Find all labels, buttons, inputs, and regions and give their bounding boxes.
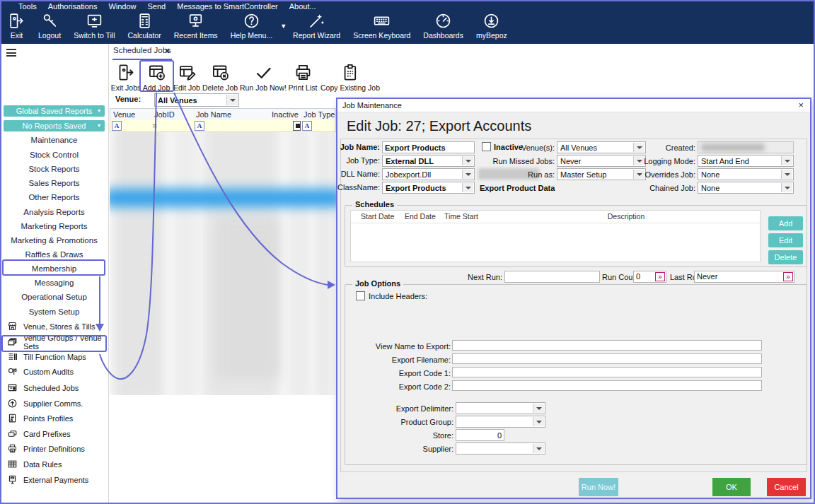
- export-filename-input[interactable]: [452, 353, 762, 364]
- report-wizard-button[interactable]: Report Wizard: [287, 12, 347, 40]
- recent-items-button[interactable]: Recent Items: [168, 12, 224, 40]
- sidebar-item-external-payments[interactable]: External Payments: [7, 472, 106, 487]
- schedules-col-end-date[interactable]: End Date: [405, 212, 436, 221]
- filter-cell-venue[interactable]: A: [110, 120, 152, 132]
- overrides-job-combo[interactable]: None: [698, 168, 794, 180]
- schedules-list[interactable]: Start Date End Date Time Start Descripti…: [350, 210, 761, 262]
- sidebar-item-venue-stores-tills[interactable]: Venue, Stores & Tills: [7, 319, 106, 334]
- combo-dropdown-icon[interactable]: [226, 95, 238, 105]
- sidebar-item-stock-control[interactable]: Stock Control: [1, 148, 107, 162]
- run-now-button[interactable]: Run Now!: [579, 478, 618, 496]
- menu-about[interactable]: About...: [289, 2, 316, 11]
- view-name-input[interactable]: [452, 340, 762, 351]
- delete-job-button[interactable]: Delete Job: [201, 63, 239, 92]
- exit-button[interactable]: Exit: [1, 12, 32, 40]
- combo-dropdown-icon[interactable]: [462, 170, 473, 179]
- edit-job-button[interactable]: Edit Job: [172, 63, 202, 92]
- inactive-checkbox[interactable]: [482, 142, 491, 151]
- job-type-combo[interactable]: External DLL: [382, 155, 475, 167]
- column-header-inactive[interactable]: Inactive: [269, 108, 301, 121]
- menu-window[interactable]: Window: [108, 2, 136, 11]
- help-menu-button[interactable]: Help Menu...: [224, 12, 279, 40]
- menu-send[interactable]: Send: [148, 2, 166, 11]
- sidebar-item-points-profiles[interactable]: Points Profiles: [7, 411, 106, 426]
- run-count-field[interactable]: 0»: [633, 271, 666, 283]
- no-reports-saved-button[interactable]: No Reports Saved▾: [4, 120, 105, 131]
- sidebar-item-sales-reports[interactable]: Sales Reports: [1, 176, 107, 190]
- last-run-field[interactable]: Never»: [694, 271, 794, 283]
- sidebar-item-venue-groups[interactable]: Venue Groups / Venue Sets: [7, 334, 106, 349]
- next-run-input[interactable]: [504, 271, 600, 283]
- column-header-venue[interactable]: Venue: [110, 108, 152, 121]
- tab-close-icon[interactable]: ×: [165, 46, 170, 56]
- dialog-titlebar[interactable]: Job Maintenance: [337, 99, 810, 112]
- sidebar-item-system-setup[interactable]: System Setup: [1, 305, 107, 319]
- column-header-job-name[interactable]: Job Name: [193, 108, 270, 121]
- supplier-combo[interactable]: [456, 443, 545, 455]
- sidebar-item-till-function-maps[interactable]: Till Function Maps: [7, 349, 106, 364]
- sidebar-item-maintenance[interactable]: Maintenance: [1, 133, 107, 147]
- venue-filter-combo[interactable]: All Venues: [154, 93, 239, 107]
- combo-dropdown-icon[interactable]: [533, 417, 544, 426]
- dashboards-button[interactable]: Dashboards: [417, 12, 470, 40]
- menu-messages-smartcontroller[interactable]: Messages to SmartController: [177, 2, 277, 11]
- global-saved-reports-button[interactable]: Global Saved Reports▾: [4, 105, 105, 117]
- schedule-edit-button[interactable]: Edit: [768, 233, 803, 247]
- more-options-icon[interactable]: »: [783, 272, 793, 281]
- sidebar-item-scheduled-jobs[interactable]: Scheduled Jobs: [7, 380, 106, 395]
- include-headers-checkbox[interactable]: [356, 291, 365, 300]
- combo-dropdown-icon[interactable]: [781, 183, 792, 192]
- filter-cell-inactive[interactable]: [269, 120, 301, 132]
- combo-dropdown-icon[interactable]: [781, 156, 792, 165]
- screen-keyboard-button[interactable]: Screen Keyboard: [347, 12, 417, 40]
- classname-combo[interactable]: Export Products: [382, 182, 475, 194]
- ok-button[interactable]: OK: [712, 478, 751, 496]
- export-code-2-input[interactable]: [452, 380, 762, 391]
- print-list-button[interactable]: Print List: [286, 63, 320, 92]
- sidebar-item-analysis-reports[interactable]: Analysis Reports: [1, 205, 107, 219]
- job-name-input[interactable]: [382, 141, 475, 153]
- mybepoz-button[interactable]: myBepoz: [470, 12, 514, 40]
- tab-scheduled-jobs[interactable]: Scheduled Jobs: [113, 46, 171, 54]
- filter-cell-jobid[interactable]: =: [151, 120, 194, 132]
- sidebar-item-printer-definitions[interactable]: Printer Definitions: [7, 441, 106, 456]
- combo-dropdown-icon[interactable]: [633, 143, 645, 152]
- export-code-1-input[interactable]: [452, 367, 762, 377]
- sidebar-item-data-rules[interactable]: Data Rules: [7, 457, 106, 471]
- store-input[interactable]: [456, 429, 504, 441]
- combo-dropdown-icon[interactable]: [781, 170, 792, 179]
- sidebar-item-card-prefixes[interactable]: Card Prefixes: [7, 426, 106, 441]
- sidebar-item-membership[interactable]: Membership: [1, 262, 107, 276]
- dll-name-combo[interactable]: Jobexport.Dll: [382, 168, 475, 180]
- dialog-close-icon[interactable]: ×: [798, 100, 804, 110]
- product-group-combo[interactable]: [456, 416, 545, 428]
- column-header-job-type[interactable]: Job Type: [301, 108, 336, 121]
- more-options-icon[interactable]: »: [655, 272, 665, 281]
- sidebar-item-other-reports[interactable]: Other Reports: [1, 190, 107, 204]
- combo-dropdown-icon[interactable]: [462, 183, 473, 192]
- filter-cell-job-name[interactable]: A: [193, 120, 270, 132]
- calculator-button[interactable]: Calculator: [121, 12, 167, 40]
- sidebar-item-custom-audits[interactable]: Custom Audits: [7, 364, 106, 379]
- logging-mode-combo[interactable]: Start And End: [698, 155, 794, 167]
- schedules-col-time-start[interactable]: Time Start: [444, 212, 478, 221]
- sidebar-item-supplier-comms[interactable]: Supplier Comms.: [7, 396, 106, 411]
- column-header-jobid[interactable]: JobID: [151, 108, 194, 121]
- menu-authorisations[interactable]: Authorisations: [48, 2, 98, 11]
- filter-cell-job-type[interactable]: A: [301, 120, 336, 132]
- schedules-col-start-date[interactable]: Start Date: [361, 212, 394, 221]
- copy-existing-job-button[interactable]: Copy Existing Job: [320, 63, 381, 92]
- export-delimiter-combo[interactable]: [456, 402, 545, 414]
- combo-dropdown-icon[interactable]: [533, 404, 544, 413]
- help-menu-dropdown-icon[interactable]: ▼: [280, 23, 287, 30]
- run-job-now-button[interactable]: Run Job Now!: [239, 63, 287, 92]
- exit-jobs-button[interactable]: Exit Jobs: [110, 63, 142, 92]
- chained-job-combo[interactable]: None: [698, 182, 794, 194]
- switch-to-till-button[interactable]: Switch to Till: [67, 12, 121, 40]
- schedule-add-button[interactable]: Add: [768, 216, 803, 230]
- logout-button[interactable]: Logout: [32, 12, 67, 40]
- sidebar-item-marketing-promotions[interactable]: Marketing & Promotions: [1, 233, 107, 247]
- add-job-button[interactable]: Add Job: [141, 63, 172, 92]
- combo-dropdown-icon[interactable]: [462, 156, 473, 165]
- schedule-delete-button[interactable]: Delete: [768, 250, 803, 264]
